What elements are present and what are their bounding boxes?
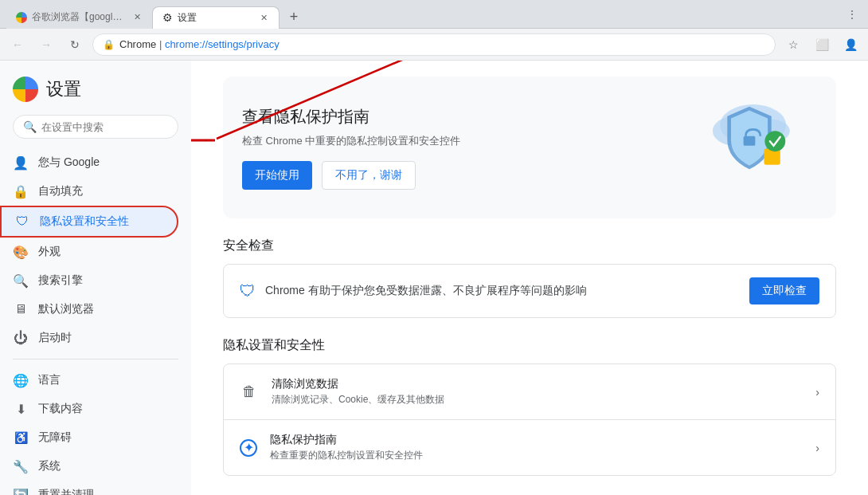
- appearance-icon: 🎨: [13, 244, 29, 260]
- sidebar-label-language: 语言: [38, 373, 61, 387]
- privacy-guide-desc: 检查重要的隐私控制设置和安全控件: [270, 449, 815, 462]
- browser-chrome: 谷歌浏览器【google chrome】 ✕ ⚙ 设置 ✕ + ⋮: [0, 0, 868, 29]
- check-now-button[interactable]: 立即检查: [749, 277, 819, 304]
- tab-settings-close-btn[interactable]: ✕: [259, 11, 269, 25]
- sidebar-item-privacy[interactable]: 🛡 隐私设置和安全性: [0, 206, 178, 238]
- search-engine-icon: 🔍: [13, 273, 29, 289]
- chrome-logo: [13, 77, 38, 102]
- privacy-card-actions: 开始使用 不用了，谢谢: [242, 161, 460, 190]
- privacy-guide-content: 隐私保护指南 检查重要的隐私控制设置和安全控件: [270, 433, 815, 462]
- sidebar-label-download: 下载内容: [38, 402, 83, 416]
- sidebar-label-appearance: 外观: [38, 245, 61, 259]
- address-bar[interactable]: 🔒 Chrome | chrome://settings/privacy: [92, 33, 776, 56]
- security-check-card: 🛡 Chrome 有助于保护您免受数据泄露、不良扩展程序等问题的影响 立即检查: [223, 264, 836, 318]
- new-tab-button[interactable]: +: [283, 6, 305, 29]
- clear-browsing-content: 清除浏览数据 清除浏览记录、Cookie、缓存及其他数据: [272, 377, 815, 407]
- security-check-title: 安全检查: [223, 238, 836, 254]
- sidebar-item-download[interactable]: ⬇ 下载内容: [0, 395, 178, 423]
- sidebar: 设置 🔍 👤 您与 Google 🔒 自动填充 🛡 隐私设置和安全性 🎨 外观: [0, 61, 191, 495]
- svg-rect-3: [744, 136, 756, 146]
- sidebar-item-system[interactable]: 🔧 系统: [0, 452, 178, 481]
- shield-illustration: [690, 96, 817, 199]
- clear-browsing-data-item[interactable]: 🗑 清除浏览数据 清除浏览记录、Cookie、缓存及其他数据 ›: [224, 364, 835, 420]
- sidebar-label-search: 搜索引擎: [38, 273, 83, 288]
- accessibility-icon: ♿: [13, 430, 29, 446]
- search-icon: 🔍: [23, 120, 37, 133]
- main-layout: 设置 🔍 👤 您与 Google 🔒 自动填充 🛡 隐私设置和安全性 🎨 外观: [0, 61, 868, 495]
- system-icon: 🔧: [13, 458, 29, 474]
- window-controls: ⋮: [843, 5, 862, 24]
- url-display: Chrome | chrome://settings/privacy: [119, 38, 280, 50]
- sidebar-item-autofill[interactable]: 🔒 自动填充: [0, 177, 178, 206]
- default-browser-icon: 🖥: [13, 301, 29, 317]
- profile-button[interactable]: 👤: [839, 33, 862, 56]
- sidebar-label-reset: 重置并清理: [38, 488, 94, 495]
- download-icon: ⬇: [13, 401, 29, 417]
- sidebar-item-default-browser[interactable]: 🖥 默认浏览器: [0, 295, 178, 324]
- person-icon: 👤: [13, 155, 29, 171]
- sidebar-item-language[interactable]: 🌐 语言: [0, 366, 178, 395]
- sidebar-item-google[interactable]: 👤 您与 Google: [0, 148, 178, 177]
- start-button[interactable]: 开始使用: [242, 161, 312, 190]
- shield-icon: 🛡: [14, 214, 30, 230]
- sidebar-label-google: 您与 Google: [38, 155, 100, 170]
- sidebar-label-system: 系统: [38, 459, 61, 473]
- privacy-settings-list: 🗑 清除浏览数据 清除浏览记录、Cookie、缓存及其他数据 › ✦ 隐私保护指…: [223, 363, 836, 476]
- settings-search-input[interactable]: [41, 121, 168, 133]
- arrow-right-icon: ›: [815, 386, 819, 399]
- privacy-settings-section: 隐私设置和安全性 🗑 清除浏览数据 清除浏览记录、Cookie、缓存及其他数据 …: [223, 337, 836, 476]
- settings-page-title: 设置: [46, 77, 81, 101]
- tab-google-chrome[interactable]: 谷歌浏览器【google chrome】 ✕: [6, 6, 152, 29]
- address-bar-row: ← → ↻ 🔒 Chrome | chrome://settings/priva…: [0, 29, 868, 61]
- sidebar-item-appearance[interactable]: 🎨 外观: [0, 238, 178, 266]
- sidebar-item-reset[interactable]: 🔄 重置并清理: [0, 481, 178, 495]
- autofill-icon: 🔒: [13, 183, 29, 199]
- sidebar-header: 设置: [0, 73, 191, 115]
- sidebar-label-privacy: 隐私设置和安全性: [40, 214, 129, 229]
- forward-button[interactable]: →: [35, 33, 57, 56]
- startup-icon: ⏻: [13, 330, 29, 346]
- language-icon: 🌐: [13, 372, 29, 388]
- privacy-section-title: 隐私设置和安全性: [223, 337, 836, 354]
- security-check-section: 安全检查 🛡 Chrome 有助于保护您免受数据泄露、不良扩展程序等问题的影响 …: [223, 238, 836, 318]
- sidebar-label-accessibility: 无障碍: [38, 430, 72, 445]
- privacy-card-desc: 检查 Chrome 中重要的隐私控制设置和安全控件: [242, 134, 460, 148]
- privacy-guide-icon: ✦: [240, 439, 257, 457]
- arrow-right-icon-2: ›: [815, 442, 819, 454]
- sidebar-item-accessibility[interactable]: ♿ 无障碍: [0, 423, 178, 452]
- tab-label-settings: 设置: [178, 11, 197, 25]
- sidebar-item-search[interactable]: 🔍 搜索引擎: [0, 266, 178, 295]
- trash-icon: 🗑: [240, 383, 259, 402]
- tab-label-inactive: 谷歌浏览器【google chrome】: [32, 10, 127, 24]
- tab-close-btn[interactable]: ✕: [132, 10, 143, 24]
- security-check-desc: Chrome 有助于保护您免受数据泄露、不良扩展程序等问题的影响: [265, 284, 749, 298]
- privacy-guide-item[interactable]: ✦ 隐私保护指南 检查重要的隐私控制设置和安全控件 ›: [224, 420, 835, 475]
- sidebar-divider: [13, 359, 178, 359]
- clear-browsing-title: 清除浏览数据: [272, 377, 815, 391]
- privacy-guide-title: 隐私保护指南: [270, 433, 815, 447]
- content-area: 查看隐私保护指南 检查 Chrome 中重要的隐私控制设置和安全控件 开始使用 …: [191, 61, 868, 495]
- tab-settings[interactable]: ⚙ 设置 ✕: [152, 6, 280, 29]
- sidebar-label-browser: 默认浏览器: [38, 302, 94, 316]
- sidebar-item-startup[interactable]: ⏻ 启动时: [0, 324, 178, 352]
- settings-search-box[interactable]: 🔍: [13, 115, 178, 139]
- search-container: 🔍: [0, 115, 191, 148]
- menu-button[interactable]: ⋮: [843, 5, 862, 24]
- tab-bar: 谷歌浏览器【google chrome】 ✕ ⚙ 设置 ✕ +: [6, 0, 305, 29]
- privacy-card-title: 查看隐私保护指南: [242, 106, 460, 128]
- split-view-button[interactable]: ⬜: [811, 33, 833, 56]
- shield-svg: [690, 96, 809, 191]
- sidebar-label-startup: 启动时: [38, 331, 72, 345]
- svg-point-5: [764, 131, 785, 151]
- bookmark-button[interactable]: ☆: [782, 33, 804, 56]
- refresh-button[interactable]: ↻: [64, 33, 86, 56]
- clear-browsing-desc: 清除浏览记录、Cookie、缓存及其他数据: [272, 393, 815, 407]
- secure-icon: 🔒: [103, 39, 115, 50]
- back-button[interactable]: ←: [6, 33, 29, 56]
- security-shield-icon: 🛡: [240, 282, 256, 301]
- privacy-guide-card: 查看隐私保护指南 检查 Chrome 中重要的隐私控制设置和安全控件 开始使用 …: [223, 77, 836, 218]
- no-thanks-button[interactable]: 不用了，谢谢: [322, 161, 416, 190]
- settings-favicon: ⚙: [162, 11, 173, 24]
- reset-icon: 🔄: [13, 487, 29, 495]
- sidebar-label-autofill: 自动填充: [38, 184, 83, 198]
